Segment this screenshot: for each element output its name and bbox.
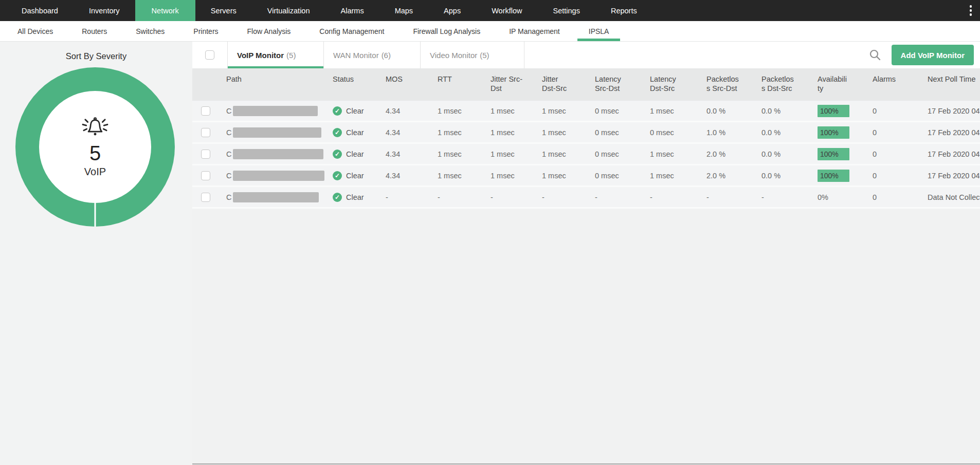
content-bottom-border bbox=[192, 463, 980, 464]
table-row[interactable]: CClear4.341 msec1 msec1 msec0 msec1 msec… bbox=[192, 144, 980, 165]
nav-item-maps[interactable]: Maps bbox=[379, 0, 428, 21]
overflow-menu-icon[interactable] bbox=[966, 0, 976, 21]
status-clear-icon bbox=[333, 171, 342, 180]
cell-jitter_dst_src: 1 msec bbox=[535, 101, 588, 121]
nav-item-label: Maps bbox=[395, 7, 413, 15]
subnav-item-ipsla[interactable]: IPSLA bbox=[574, 21, 624, 41]
subnav-item-routers[interactable]: Routers bbox=[67, 21, 121, 41]
column-header-path[interactable]: Path bbox=[219, 68, 325, 101]
column-header-availability[interactable]: Availabili ty bbox=[810, 68, 865, 101]
cell-path: C bbox=[219, 165, 325, 185]
nav-item-settings[interactable]: Settings bbox=[538, 0, 595, 21]
rtt-value: 1 msec bbox=[438, 150, 462, 158]
cell-packetloss_dst_src: 0.0 % bbox=[754, 165, 810, 185]
subnav-item-flow-analysis[interactable]: Flow Analysis bbox=[233, 21, 305, 41]
subnav-item-printers[interactable]: Printers bbox=[179, 21, 232, 41]
tab-wan-monitor[interactable]: WAN Monitor(6) bbox=[324, 42, 421, 68]
next_poll_time-value: 17 Feb 2020 04:33: bbox=[928, 172, 980, 180]
table-row[interactable]: CClear4.341 msec1 msec1 msec0 msec1 msec… bbox=[192, 101, 980, 122]
latency_src_dst-value: - bbox=[595, 193, 597, 201]
cell-mos: 4.34 bbox=[378, 165, 430, 185]
column-header-packetloss_src_dst[interactable]: Packetlos s Src-Dst bbox=[699, 68, 754, 101]
cell-latency_dst_src: 0 msec bbox=[643, 122, 699, 142]
status-label: Clear bbox=[346, 193, 364, 201]
cell-latency_src_dst: 0 msec bbox=[588, 165, 643, 185]
row-checkbox[interactable] bbox=[201, 171, 210, 180]
subnav-item-config-management[interactable]: Config Management bbox=[305, 21, 398, 41]
nav-item-label: Workflow bbox=[492, 7, 522, 15]
table-body: CClear4.341 msec1 msec1 msec0 msec1 msec… bbox=[192, 101, 980, 209]
nav-item-dashboard[interactable]: Dashboard bbox=[6, 0, 74, 21]
cell-path: C bbox=[219, 122, 325, 142]
subnav-item-all-devices[interactable]: All Devices bbox=[3, 21, 67, 41]
column-header-status[interactable]: Status bbox=[325, 68, 378, 101]
nav-item-alarms[interactable]: Alarms bbox=[325, 0, 379, 21]
nav-item-label: Settings bbox=[553, 7, 580, 15]
tab-voip-monitor[interactable]: VoIP Monitor(5) bbox=[227, 42, 324, 68]
latency_src_dst-value: 0 msec bbox=[595, 107, 619, 115]
latency_dst_src-value: 1 msec bbox=[650, 107, 674, 115]
cell-rtt: 1 msec bbox=[430, 144, 483, 164]
tab-video-monitor[interactable]: Video Monitor(5) bbox=[421, 42, 524, 68]
availability-badge: 100% bbox=[818, 170, 849, 182]
jitter_src_dst-value: 1 msec bbox=[491, 128, 515, 137]
jitter_dst_src-value: - bbox=[542, 193, 545, 201]
top-nav: DashboardInventoryNetworkServersVirtuali… bbox=[0, 0, 980, 21]
subnav-item-label: IPSLA bbox=[589, 27, 609, 35]
cell-packetloss_dst_src: - bbox=[754, 187, 810, 207]
cell-packetloss_dst_src: 0.0 % bbox=[754, 144, 810, 164]
add-voip-monitor-button[interactable]: Add VoIP Monitor bbox=[892, 45, 974, 65]
nav-item-virtualization[interactable]: Virtualization bbox=[252, 0, 325, 21]
column-header-jitter_src_dst[interactable]: Jitter Src- Dst bbox=[483, 68, 535, 101]
select-all-checkbox[interactable] bbox=[205, 50, 214, 60]
nav-item-inventory[interactable]: Inventory bbox=[74, 0, 135, 21]
row-checkbox[interactable] bbox=[201, 150, 210, 159]
nav-item-apps[interactable]: Apps bbox=[428, 0, 476, 21]
nav-item-workflow[interactable]: Workflow bbox=[476, 0, 537, 21]
column-header-latency_src_dst[interactable]: Latency Src-Dst bbox=[588, 68, 643, 101]
path-text: C bbox=[226, 172, 231, 180]
column-header-jitter_dst_src[interactable]: Jitter Dst-Src bbox=[535, 68, 588, 101]
packetloss_dst_src-value: - bbox=[761, 193, 764, 201]
column-header-rtt[interactable]: RTT bbox=[430, 68, 483, 101]
tab-count: (6) bbox=[382, 51, 391, 60]
cell-status: Clear bbox=[325, 187, 378, 207]
cell-latency_dst_src: 1 msec bbox=[643, 165, 699, 185]
subnav-item-label: Switches bbox=[136, 27, 165, 35]
row-checkbox[interactable] bbox=[201, 193, 210, 202]
secondary-nav: All DevicesRoutersSwitchesPrintersFlow A… bbox=[0, 21, 980, 42]
column-header-mos[interactable]: MOS bbox=[378, 68, 430, 101]
table-row[interactable]: CClear--------0%0Data Not Collected bbox=[192, 187, 980, 209]
column-header-latency_dst_src[interactable]: Latency Dst-Src bbox=[643, 68, 699, 101]
cell-availability: 100% bbox=[810, 165, 865, 185]
nav-item-label: Alarms bbox=[341, 7, 364, 15]
search-icon[interactable] bbox=[869, 49, 881, 61]
subnav-item-ip-management[interactable]: IP Management bbox=[495, 21, 574, 41]
cell-availability: 100% bbox=[810, 122, 865, 142]
column-header-packetloss_dst_src[interactable]: Packetlos s Dst-Src bbox=[754, 68, 810, 101]
mos-value: 4.34 bbox=[386, 107, 400, 115]
nav-item-servers[interactable]: Servers bbox=[195, 0, 252, 21]
table-row[interactable]: CClear4.341 msec1 msec1 msec0 msec0 msec… bbox=[192, 122, 980, 144]
status-clear-icon bbox=[333, 128, 342, 137]
packetloss_dst_src-value: 0.0 % bbox=[761, 128, 781, 137]
packetloss_dst_src-value: 0.0 % bbox=[761, 150, 781, 158]
mos-value: - bbox=[386, 193, 388, 201]
severity-sidebar: Sort By Severity 5 VoIP bbox=[0, 42, 192, 465]
packetloss_src_dst-value: 0.0 % bbox=[706, 107, 725, 115]
severity-donut[interactable]: 5 VoIP bbox=[15, 67, 175, 227]
row-checkbox[interactable] bbox=[201, 128, 210, 137]
subnav-item-firewall-log-analysis[interactable]: Firewall Log Analysis bbox=[398, 21, 495, 41]
cell-next_poll_time: 17 Feb 2020 04:33: bbox=[920, 101, 980, 121]
table-row[interactable]: CClear4.341 msec1 msec1 msec0 msec1 msec… bbox=[192, 165, 980, 187]
nav-item-reports[interactable]: Reports bbox=[595, 0, 652, 21]
row-checkbox[interactable] bbox=[201, 106, 210, 116]
status-label: Clear bbox=[346, 150, 364, 158]
cell-checkbox bbox=[192, 165, 219, 185]
nav-item-network[interactable]: Network bbox=[135, 0, 195, 21]
column-header-alarms[interactable]: Alarms bbox=[865, 68, 920, 101]
alarm-bell-icon bbox=[80, 116, 110, 140]
subnav-item-label: IP Management bbox=[509, 27, 560, 35]
subnav-item-switches[interactable]: Switches bbox=[121, 21, 179, 41]
column-header-next_poll_time[interactable]: Next Poll Time bbox=[920, 68, 980, 101]
